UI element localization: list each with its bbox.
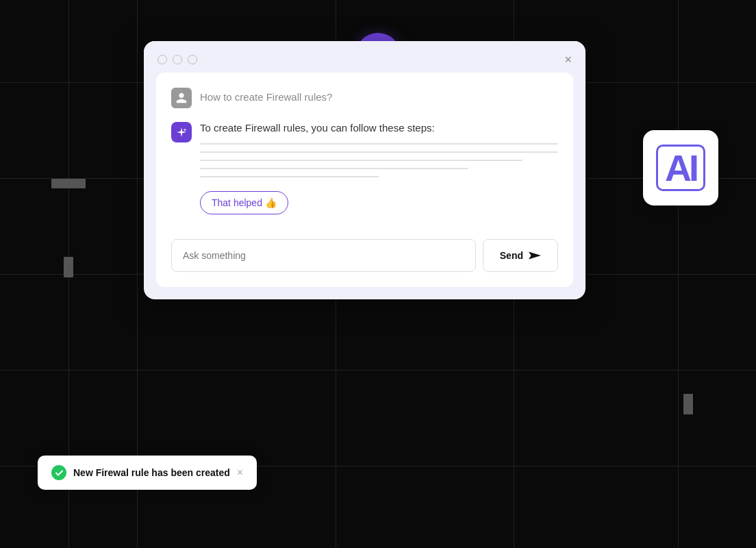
content-line-5 [200, 176, 379, 177]
chat-content: How to create Firewall rules? To create … [156, 73, 573, 287]
chat-window: × How to create Firewall rules? To creat… [144, 41, 585, 299]
content-line-1 [200, 143, 558, 145]
content-line-2 [200, 151, 558, 153]
send-button[interactable]: Send [483, 239, 558, 272]
toast-close-button[interactable]: × [237, 467, 243, 478]
input-area: Send [171, 239, 558, 272]
window-dot-2 [173, 55, 182, 64]
title-bar: × [144, 41, 585, 73]
content-lines [200, 143, 558, 177]
ai-response-content: To create Firewall rules, you can follow… [200, 122, 558, 227]
user-message-text: How to create Firewall rules? [200, 88, 332, 103]
toast-success-icon [51, 465, 66, 480]
that-helped-button[interactable]: That helped 👍 [200, 191, 288, 214]
send-button-label: Send [500, 250, 523, 261]
send-arrow-icon [529, 249, 541, 262]
window-dot-3 [188, 55, 197, 64]
ai-response-text: To create Firewall rules, you can follow… [200, 122, 558, 134]
content-line-3 [200, 160, 522, 161]
toast-message: New Firewal rule has been created [73, 467, 230, 478]
ai-badge-text: AI [656, 145, 705, 191]
window-controls [158, 55, 197, 64]
ai-badge: AI [643, 130, 718, 206]
ai-message: To create Firewall rules, you can follow… [171, 122, 558, 227]
chat-input[interactable] [171, 239, 476, 272]
toast-notification: New Firewal rule has been created × [38, 456, 257, 490]
ai-icon [171, 122, 192, 142]
window-dot-1 [158, 55, 167, 64]
user-avatar [171, 88, 192, 108]
content-line-4 [200, 168, 468, 169]
user-message: How to create Firewall rules? [171, 88, 558, 108]
close-button[interactable]: × [564, 53, 572, 66]
